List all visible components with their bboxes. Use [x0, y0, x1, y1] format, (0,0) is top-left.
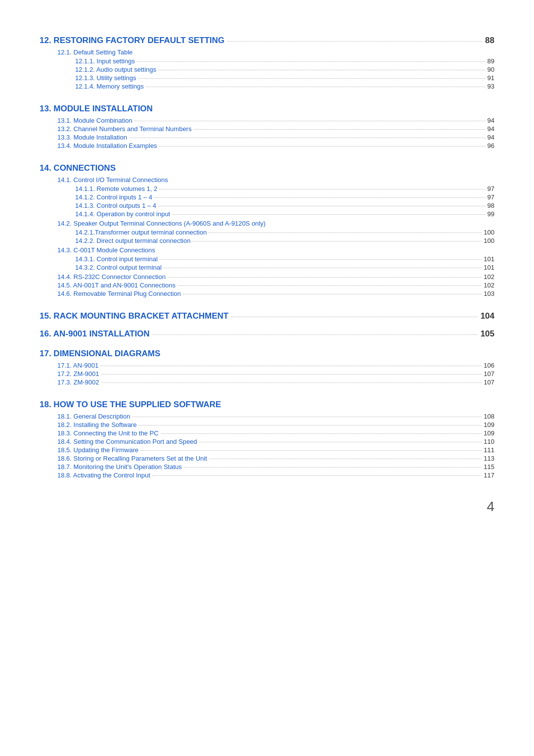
toc-entry-18-6: 18.6. Storing or Recalling Parameters Se…: [40, 455, 494, 462]
section-12-dots: [227, 41, 482, 42]
section-18: 18. HOW TO USE THE SUPPLIED SOFTWARE 18.…: [40, 400, 494, 479]
subsection-14-1: 14.1. Control I/O Terminal Connections: [40, 176, 494, 184]
toc-entry-14-6: 14.6. Removable Terminal Plug Connection…: [40, 290, 494, 297]
toc-entry-14-1-4: 14.1.4. Operation by control input 99: [40, 210, 494, 218]
section-15-heading: 15. RACK MOUNTING BRACKET ATTACHMENT 104: [40, 311, 494, 321]
toc-entry-12-1-3: 12.1.3. Utility settings 91: [40, 74, 494, 82]
section-12-page: 88: [485, 36, 494, 46]
section-16-heading: 16. AN-9001 INSTALLATION 105: [40, 329, 494, 339]
toc-entry-17-3: 17.3. ZM-9002 107: [40, 378, 494, 386]
toc-entry-14-2-2: 14.2.2. Direct output terminal connectio…: [40, 237, 494, 244]
toc-entry-14-3-2: 14.3.2. Control output terminal 101: [40, 264, 494, 271]
toc-entry-13-2: 13.2. Channel Numbers and Terminal Numbe…: [40, 125, 494, 133]
section-16: 16. AN-9001 INSTALLATION 105: [40, 329, 494, 339]
toc-entry-13-3: 13.3. Module Installation 94: [40, 134, 494, 141]
section-17-heading: 17. DIMENSIONAL DIAGRAMS: [40, 349, 494, 359]
toc-entry-18-1: 18.1. General Description 108: [40, 413, 494, 420]
section-12-label: 12. RESTORING FACTORY DEFAULT SETTING: [40, 36, 224, 46]
section-18-heading: 18. HOW TO USE THE SUPPLIED SOFTWARE: [40, 400, 494, 410]
toc-entry-14-3-1: 14.3.1. Control input terminal 101: [40, 255, 494, 263]
toc-entry-14-4: 14.4. RS-232C Connector Connection 102: [40, 273, 494, 281]
toc-entry-13-1: 13.1. Module Combination 94: [40, 117, 494, 124]
toc-entry-18-5: 18.5. Updating the Firmware 111: [40, 446, 494, 454]
toc-entry-14-1-3: 14.1.3. Control outputs 1 – 4 98: [40, 202, 494, 209]
section-12-heading: 12. RESTORING FACTORY DEFAULT SETTING 88: [40, 36, 494, 46]
toc-entry-17-1: 17.1. AN-9001 106: [40, 362, 494, 369]
section-14: 14. CONNECTIONS 14.1. Control I/O Termin…: [40, 163, 494, 297]
toc-entry-18-4: 18.4. Setting the Communication Port and…: [40, 438, 494, 445]
section-14-heading: 14. CONNECTIONS: [40, 163, 494, 173]
section-12: 12. RESTORING FACTORY DEFAULT SETTING 88…: [40, 36, 494, 90]
toc-entry-18-3: 18.3. Connecting the Unit to the PC 109: [40, 429, 494, 437]
subsection-12-1: 12.1. Default Setting Table: [40, 48, 494, 56]
subsection-14-3: 14.3. C-001T Module Connections: [40, 246, 494, 254]
toc-entry-14-5: 14.5. AN-001T and AN-9001 Connections 10…: [40, 282, 494, 289]
toc-entry-14-1-2: 14.1.2. Control inputs 1 – 4 97: [40, 193, 494, 201]
section-13-heading: 13. MODULE INSTALLATION: [40, 104, 494, 114]
toc-entry-12-1-2: 12.1.2. Audio output settings 90: [40, 66, 494, 73]
section-15: 15. RACK MOUNTING BRACKET ATTACHMENT 104: [40, 311, 494, 321]
section-17: 17. DIMENSIONAL DIAGRAMS 17.1. AN-9001 1…: [40, 349, 494, 386]
toc-entry-17-2: 17.2. ZM-9001 107: [40, 370, 494, 378]
toc-entry-18-7: 18.7. Monitoring the Unit's Operation St…: [40, 463, 494, 471]
subsection-14-2: 14.2. Speaker Output Terminal Connection…: [40, 220, 494, 227]
section-13: 13. MODULE INSTALLATION 13.1. Module Com…: [40, 104, 494, 149]
toc-entry-14-1-1: 14.1.1. Remote volumes 1, 2 97: [40, 185, 494, 192]
toc-entry-18-2: 18.2. Installing the Software 109: [40, 421, 494, 428]
toc-entry-18-8: 18.8. Activating the Control Input 117: [40, 472, 494, 479]
page-footer: 4: [40, 499, 494, 515]
toc-entry-14-2-1: 14.2.1.Transformer output terminal conne…: [40, 229, 494, 236]
toc-entry-12-1-1: 12.1.1. Input settings 89: [40, 57, 494, 65]
toc-entry-13-4: 13.4. Module Installation Examples 96: [40, 142, 494, 149]
toc-entry-12-1-4: 12.1.4. Memory settings 93: [40, 83, 494, 90]
